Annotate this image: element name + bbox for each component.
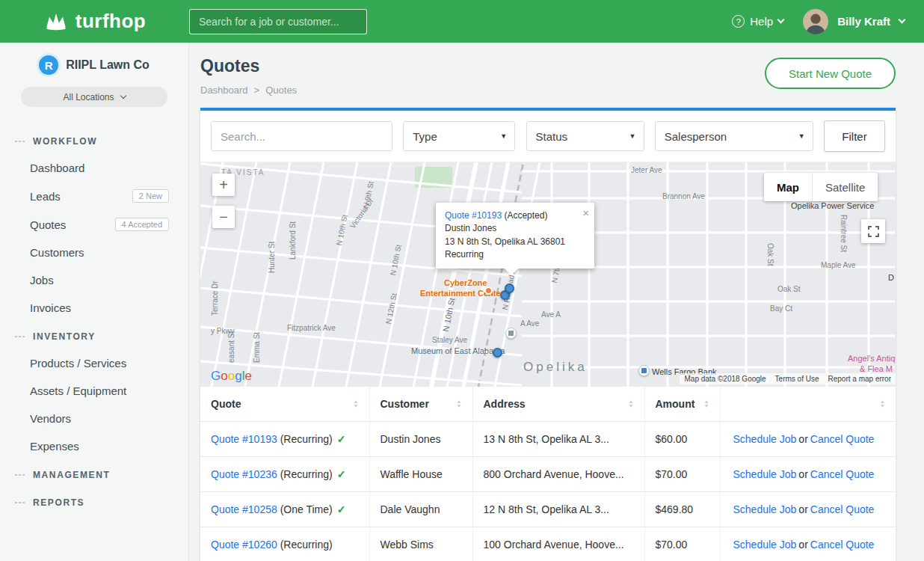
- sidebar-item-jobs[interactable]: Jobs: [0, 266, 188, 294]
- map-street-label: Bay Ct: [770, 304, 792, 313]
- amount-cell: $70.00: [644, 527, 720, 561]
- sidebar-item-vendors[interactable]: Vendors: [0, 405, 188, 432]
- cyberzone-marker-icon[interactable]: [484, 286, 493, 295]
- map-street-label: Emma St: [253, 332, 261, 363]
- header-actions[interactable]: ▲▼: [720, 387, 896, 422]
- avatar-image: [803, 9, 828, 34]
- salesperson-select[interactable]: Salesperson ▼: [655, 121, 813, 151]
- map-street-label: Oak St: [777, 285, 801, 293]
- header-amount[interactable]: Amount▲▼: [644, 387, 720, 422]
- map[interactable]: TA VISTA Jeter Ave Brannon Ave Opelika P…: [200, 162, 896, 387]
- avatar[interactable]: [803, 9, 828, 34]
- select-caret-icon: ▼: [798, 132, 805, 140]
- select-caret-icon: ▼: [629, 132, 636, 140]
- quote-link[interactable]: Quote #10260: [211, 539, 277, 551]
- section-management[interactable]: MANAGEMENT: [0, 460, 188, 488]
- terms-of-use-link[interactable]: Terms of Use: [775, 375, 819, 383]
- top-header: turfhop ? Help Billy Kraft: [0, 0, 924, 43]
- header-address[interactable]: Address▲▼: [472, 387, 644, 422]
- quotes-card: Type ▼ Status ▼ Salesperson ▼ Filter: [200, 108, 896, 561]
- map-street-label: Staley Ave: [432, 336, 467, 344]
- header-quote[interactable]: Quote▲▼: [200, 387, 369, 422]
- table-row: Quote #10260 (Recurring) Webb Sims 100 O…: [200, 527, 896, 561]
- type-select[interactable]: Type ▼: [403, 121, 515, 151]
- quote-map-marker[interactable]: [505, 283, 514, 293]
- main-content: Quotes Dashboard > Quotes Start New Quot…: [189, 43, 924, 561]
- section-inventory[interactable]: INVENTORY: [0, 322, 188, 349]
- info-quote-link[interactable]: Quote #10193: [445, 210, 502, 221]
- map-copyright: Map data ©2018 Google: [684, 375, 766, 383]
- map-type-map-button[interactable]: Map: [764, 173, 812, 201]
- company-logo-icon: R: [39, 55, 58, 75]
- sidebar-item-quotes[interactable]: Quotes4 Accepted: [0, 210, 188, 239]
- amount-cell: $70.00: [644, 457, 720, 492]
- report-map-error-link[interactable]: Report a map error: [828, 375, 891, 383]
- sidebar-item-assets-equipment[interactable]: Assets / Equipment: [0, 377, 188, 405]
- start-new-quote-button[interactable]: Start New Quote: [765, 58, 896, 89]
- map-street-label: A Ave: [520, 319, 539, 328]
- map-poi-label: & Flea M: [860, 364, 893, 373]
- or-label: or: [798, 433, 807, 445]
- sort-icon[interactable]: ▲▼: [629, 399, 634, 408]
- cancel-quote-link[interactable]: Cancel Quote: [810, 468, 875, 480]
- sort-icon[interactable]: ▲▼: [704, 399, 709, 408]
- help-menu[interactable]: ? Help: [732, 15, 783, 28]
- fullscreen-button[interactable]: [861, 219, 885, 243]
- quote-link[interactable]: Quote #10193: [211, 433, 277, 445]
- breadcrumb: Dashboard > Quotes: [200, 85, 297, 96]
- table-header-row: Quote▲▼ Customer▲▼ Address▲▼ Amount▲▼ ▲▼: [200, 387, 896, 422]
- sort-icon[interactable]: ▲▼: [880, 399, 885, 408]
- chevron-down-icon: [777, 16, 785, 23]
- close-icon[interactable]: ×: [582, 205, 589, 221]
- sort-icon[interactable]: ▲▼: [354, 399, 359, 408]
- brand[interactable]: turfhop: [0, 10, 189, 33]
- chevron-down-icon[interactable]: [899, 16, 906, 23]
- global-search-input[interactable]: [189, 9, 367, 34]
- or-label: or: [798, 468, 807, 480]
- museum-marker-icon[interactable]: [505, 328, 517, 339]
- breadcrumb-quotes[interactable]: Quotes: [265, 85, 297, 96]
- schedule-job-link[interactable]: Schedule Job: [733, 539, 797, 551]
- sidebar-item-expenses[interactable]: Expenses: [0, 432, 188, 460]
- quotes-search-input[interactable]: [211, 121, 392, 151]
- sidebar-item-leads[interactable]: Leads2 New: [0, 182, 188, 210]
- cancel-quote-link[interactable]: Cancel Quote: [810, 433, 875, 445]
- quote-link[interactable]: Quote #10236: [211, 468, 277, 480]
- sidebar-item-products-services[interactable]: Products / Services: [0, 349, 188, 377]
- sidebar-item-invoices[interactable]: Invoices: [0, 294, 188, 322]
- map-street-label: Jeter Ave: [631, 166, 662, 174]
- breadcrumb-separator: >: [254, 85, 260, 96]
- or-label: or: [798, 539, 807, 551]
- breadcrumb-dashboard[interactable]: Dashboard: [200, 85, 248, 96]
- sort-icon[interactable]: ▲▼: [457, 399, 462, 408]
- map-locality-label: Opelika: [523, 360, 588, 375]
- customer-cell: Webb Sims: [369, 527, 472, 561]
- section-workflow[interactable]: WORKFLOW: [0, 126, 188, 154]
- cancel-quote-link[interactable]: Cancel Quote: [810, 539, 875, 551]
- location-selector[interactable]: All Locations: [21, 87, 167, 107]
- sidebar-item-dashboard[interactable]: Dashboard: [0, 154, 188, 182]
- schedule-job-link[interactable]: Schedule Job: [733, 503, 797, 515]
- schedule-job-link[interactable]: Schedule Job: [733, 468, 797, 480]
- section-dash-icon: [15, 141, 25, 142]
- quote-map-marker[interactable]: [493, 348, 502, 358]
- cancel-quote-link[interactable]: Cancel Quote: [810, 503, 875, 515]
- filter-button[interactable]: Filter: [824, 120, 885, 152]
- quotes-table: Quote▲▼ Customer▲▼ Address▲▼ Amount▲▼ ▲▼…: [200, 387, 896, 561]
- zoom-out-button[interactable]: −: [212, 206, 235, 228]
- quote-link[interactable]: Quote #10258: [211, 503, 277, 515]
- section-reports[interactable]: REPORTS: [0, 488, 188, 515]
- leads-badge: 2 New: [132, 189, 169, 203]
- bank-marker-icon[interactable]: [638, 365, 650, 376]
- map-type-satellite-button[interactable]: Satellite: [812, 173, 878, 201]
- user-name[interactable]: Billy Kraft: [837, 15, 890, 28]
- header-customer[interactable]: Customer▲▼: [369, 387, 472, 422]
- status-select[interactable]: Status ▼: [526, 121, 644, 151]
- zoom-in-button[interactable]: +: [212, 174, 235, 196]
- company-header: R RIIPL Lawn Co: [0, 55, 188, 75]
- map-street-label: Maple Ave: [821, 261, 856, 269]
- sidebar-item-customers[interactable]: Customers: [0, 239, 188, 266]
- schedule-job-link[interactable]: Schedule Job: [733, 433, 797, 445]
- google-logo[interactable]: Google: [211, 369, 252, 384]
- address-cell: 800 Orchard Avenue, Hoove...: [472, 457, 644, 492]
